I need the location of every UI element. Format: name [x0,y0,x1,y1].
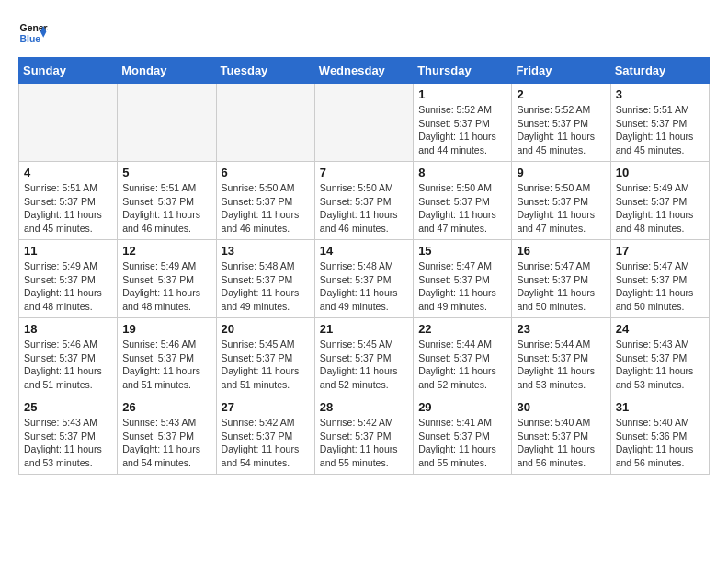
week-row-4: 18Sunrise: 5:46 AMSunset: 5:37 PMDayligh… [19,318,710,396]
day-info: Sunrise: 5:40 AMSunset: 5:36 PMDaylight:… [616,416,704,470]
calendar-cell: 3Sunrise: 5:51 AMSunset: 5:37 PMDaylight… [610,84,709,162]
logo-icon: General Blue [18,18,48,48]
day-number: 21 [320,322,408,336]
day-info: Sunrise: 5:42 AMSunset: 5:37 PMDaylight:… [320,416,408,470]
calendar-cell: 13Sunrise: 5:48 AMSunset: 5:37 PMDayligh… [216,240,314,318]
day-info: Sunrise: 5:52 AMSunset: 5:37 PMDaylight:… [418,103,506,157]
day-number: 29 [418,400,506,414]
day-info: Sunrise: 5:50 AMSunset: 5:37 PMDaylight:… [222,181,310,236]
day-number: 20 [222,322,310,336]
day-info: Sunrise: 5:52 AMSunset: 5:37 PMDaylight:… [517,103,605,157]
day-number: 11 [24,244,112,258]
calendar-cell: 11Sunrise: 5:49 AMSunset: 5:37 PMDayligh… [19,240,118,318]
day-info: Sunrise: 5:47 AMSunset: 5:37 PMDaylight:… [517,259,605,314]
day-number: 9 [517,166,605,179]
calendar-cell: 20Sunrise: 5:45 AMSunset: 5:37 PMDayligh… [216,318,314,396]
weekday-header-tuesday: Tuesday [216,58,314,84]
calendar-cell: 29Sunrise: 5:41 AMSunset: 5:37 PMDayligh… [414,396,512,475]
logo: General Blue [18,18,48,48]
week-row-1: 1Sunrise: 5:52 AMSunset: 5:37 PMDaylight… [19,84,710,162]
day-number: 19 [122,322,210,336]
day-number: 2 [517,87,605,101]
day-number: 6 [222,166,310,179]
day-number: 13 [222,244,310,258]
calendar-cell: 12Sunrise: 5:49 AMSunset: 5:37 PMDayligh… [118,240,216,318]
calendar-cell: 24Sunrise: 5:43 AMSunset: 5:37 PMDayligh… [610,318,709,396]
day-number: 3 [616,87,704,101]
day-number: 25 [24,400,112,414]
weekday-header-row: SundayMondayTuesdayWednesdayThursdayFrid… [19,58,710,84]
calendar-cell: 9Sunrise: 5:50 AMSunset: 5:37 PMDaylight… [512,162,610,240]
day-info: Sunrise: 5:51 AMSunset: 5:37 PMDaylight:… [616,103,704,157]
page-header: General Blue [18,18,710,48]
day-info: Sunrise: 5:51 AMSunset: 5:37 PMDaylight:… [122,181,210,236]
day-info: Sunrise: 5:45 AMSunset: 5:37 PMDaylight:… [320,338,408,392]
calendar-cell: 31Sunrise: 5:40 AMSunset: 5:36 PMDayligh… [610,396,709,475]
day-info: Sunrise: 5:49 AMSunset: 5:37 PMDaylight:… [24,259,112,314]
day-number: 7 [320,166,408,179]
day-info: Sunrise: 5:49 AMSunset: 5:37 PMDaylight:… [122,259,210,314]
calendar-cell: 15Sunrise: 5:47 AMSunset: 5:37 PMDayligh… [414,240,512,318]
calendar-cell: 8Sunrise: 5:50 AMSunset: 5:37 PMDaylight… [414,162,512,240]
day-number: 18 [24,322,112,336]
week-row-3: 11Sunrise: 5:49 AMSunset: 5:37 PMDayligh… [19,240,710,318]
day-number: 14 [320,244,408,258]
weekday-header-wednesday: Wednesday [314,58,413,84]
day-info: Sunrise: 5:48 AMSunset: 5:37 PMDaylight:… [222,259,310,314]
calendar-cell: 18Sunrise: 5:46 AMSunset: 5:37 PMDayligh… [19,318,118,396]
day-number: 1 [418,87,506,101]
day-number: 15 [418,244,506,258]
day-info: Sunrise: 5:43 AMSunset: 5:37 PMDaylight:… [616,338,704,392]
calendar-cell: 27Sunrise: 5:42 AMSunset: 5:37 PMDayligh… [216,396,314,475]
calendar-cell: 17Sunrise: 5:47 AMSunset: 5:37 PMDayligh… [610,240,709,318]
calendar-cell: 14Sunrise: 5:48 AMSunset: 5:37 PMDayligh… [314,240,413,318]
calendar-cell: 21Sunrise: 5:45 AMSunset: 5:37 PMDayligh… [314,318,413,396]
calendar-cell: 1Sunrise: 5:52 AMSunset: 5:37 PMDaylight… [414,84,512,162]
calendar-cell: 26Sunrise: 5:43 AMSunset: 5:37 PMDayligh… [118,396,216,475]
day-number: 27 [222,400,310,414]
day-info: Sunrise: 5:42 AMSunset: 5:37 PMDaylight:… [222,416,310,470]
day-info: Sunrise: 5:46 AMSunset: 5:37 PMDaylight:… [122,338,210,392]
day-info: Sunrise: 5:44 AMSunset: 5:37 PMDaylight:… [418,338,506,392]
day-info: Sunrise: 5:45 AMSunset: 5:37 PMDaylight:… [222,338,310,392]
calendar-cell [314,84,413,162]
weekday-header-saturday: Saturday [610,58,709,84]
day-number: 5 [122,166,210,179]
day-number: 10 [616,166,704,179]
day-number: 8 [418,166,506,179]
day-number: 23 [517,322,605,336]
weekday-header-sunday: Sunday [19,58,118,84]
day-number: 31 [616,400,704,414]
week-row-2: 4Sunrise: 5:51 AMSunset: 5:37 PMDaylight… [19,162,710,240]
day-info: Sunrise: 5:50 AMSunset: 5:37 PMDaylight:… [517,181,605,236]
calendar-cell: 4Sunrise: 5:51 AMSunset: 5:37 PMDaylight… [19,162,118,240]
day-number: 12 [122,244,210,258]
week-row-5: 25Sunrise: 5:43 AMSunset: 5:37 PMDayligh… [19,396,710,475]
day-info: Sunrise: 5:48 AMSunset: 5:37 PMDaylight:… [320,259,408,314]
day-info: Sunrise: 5:49 AMSunset: 5:37 PMDaylight:… [616,181,704,236]
day-number: 4 [24,166,112,179]
calendar-cell [118,84,216,162]
day-info: Sunrise: 5:41 AMSunset: 5:37 PMDaylight:… [418,416,506,470]
calendar-cell [216,84,314,162]
calendar-cell: 30Sunrise: 5:40 AMSunset: 5:37 PMDayligh… [512,396,610,475]
calendar-cell: 7Sunrise: 5:50 AMSunset: 5:37 PMDaylight… [314,162,413,240]
day-info: Sunrise: 5:44 AMSunset: 5:37 PMDaylight:… [517,338,605,392]
calendar-cell: 16Sunrise: 5:47 AMSunset: 5:37 PMDayligh… [512,240,610,318]
day-number: 17 [616,244,704,258]
calendar-table: SundayMondayTuesdayWednesdayThursdayFrid… [18,57,710,475]
calendar-cell: 10Sunrise: 5:49 AMSunset: 5:37 PMDayligh… [610,162,709,240]
day-number: 28 [320,400,408,414]
day-number: 22 [418,322,506,336]
day-info: Sunrise: 5:40 AMSunset: 5:37 PMDaylight:… [517,416,605,470]
day-info: Sunrise: 5:46 AMSunset: 5:37 PMDaylight:… [24,338,112,392]
day-info: Sunrise: 5:51 AMSunset: 5:37 PMDaylight:… [24,181,112,236]
calendar-cell: 23Sunrise: 5:44 AMSunset: 5:37 PMDayligh… [512,318,610,396]
weekday-header-monday: Monday [118,58,216,84]
calendar-cell: 6Sunrise: 5:50 AMSunset: 5:37 PMDaylight… [216,162,314,240]
svg-text:Blue: Blue [20,34,41,44]
day-info: Sunrise: 5:47 AMSunset: 5:37 PMDaylight:… [418,259,506,314]
day-number: 24 [616,322,704,336]
calendar-cell: 5Sunrise: 5:51 AMSunset: 5:37 PMDaylight… [118,162,216,240]
calendar-cell: 2Sunrise: 5:52 AMSunset: 5:37 PMDaylight… [512,84,610,162]
